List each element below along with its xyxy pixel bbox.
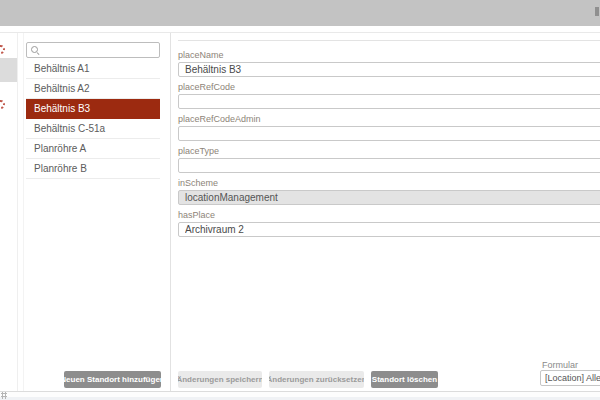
field-placeType: placeType	[178, 146, 600, 173]
field-label: placeRefCode	[178, 82, 600, 92]
placeName-input[interactable]	[178, 62, 600, 77]
form-selector-dropdown[interactable]: [Location] Alle Felde	[540, 370, 600, 386]
form-selector-label: Formular	[542, 360, 578, 370]
add-location-button[interactable]: Neuen Standort hinzufügen	[64, 371, 161, 388]
placeRefCode-input[interactable]	[178, 94, 600, 109]
field-label: placeName	[178, 50, 600, 60]
list-item[interactable]: Planröhre B	[26, 159, 160, 179]
save-changes-button[interactable]: Änderungen speichern	[178, 371, 262, 388]
hasPlace-input[interactable]	[178, 222, 600, 237]
list-item[interactable]: Behältnis A2	[26, 79, 160, 99]
field-inScheme: inScheme	[178, 178, 600, 205]
reset-changes-button[interactable]: Änderungen zurücksetzen	[269, 371, 364, 388]
field-placeName: placeName	[178, 50, 600, 77]
delete-location-button[interactable]: Standort löschen	[371, 371, 438, 388]
divider	[23, 33, 24, 391]
field-label: placeType	[178, 146, 600, 156]
list-item[interactable]: Planröhre A	[26, 139, 160, 159]
location-sidebar: Behältnis A1 Behältnis A2 Behältnis B3 B…	[26, 42, 160, 179]
search-box[interactable]	[26, 42, 160, 58]
list-item[interactable]: Behältnis A1	[26, 59, 160, 79]
field-label: placeRefCodeAdmin	[178, 114, 600, 124]
list-item-selected[interactable]: Behältnis B3	[26, 99, 160, 119]
drag-dots-icon	[1, 392, 7, 399]
placeRefCodeAdmin-input[interactable]	[178, 126, 600, 141]
rail-selected-cell[interactable]	[0, 58, 17, 82]
inScheme-input	[178, 190, 600, 205]
field-label: hasPlace	[178, 210, 600, 220]
left-rail	[0, 33, 18, 391]
placeType-input[interactable]	[178, 158, 600, 173]
field-hasPlace: hasPlace	[178, 210, 600, 237]
location-form: placeName placeRefCode placeRefCodeAdmin…	[178, 40, 600, 360]
list-item[interactable]: Behältnis C-51a	[26, 119, 160, 139]
location-list: Behältnis A1 Behältnis A2 Behältnis B3 B…	[26, 59, 160, 179]
field-placeRefCode: placeRefCode	[178, 82, 600, 109]
search-input[interactable]	[43, 43, 157, 57]
field-placeRefCodeAdmin: placeRefCodeAdmin	[178, 114, 600, 141]
titlebar-mark-icon	[595, 7, 599, 16]
titlebar	[0, 0, 600, 26]
divider	[170, 33, 171, 391]
divider	[0, 32, 600, 33]
search-icon	[31, 46, 40, 55]
field-label: inScheme	[178, 178, 600, 188]
footer-strip	[0, 392, 600, 400]
